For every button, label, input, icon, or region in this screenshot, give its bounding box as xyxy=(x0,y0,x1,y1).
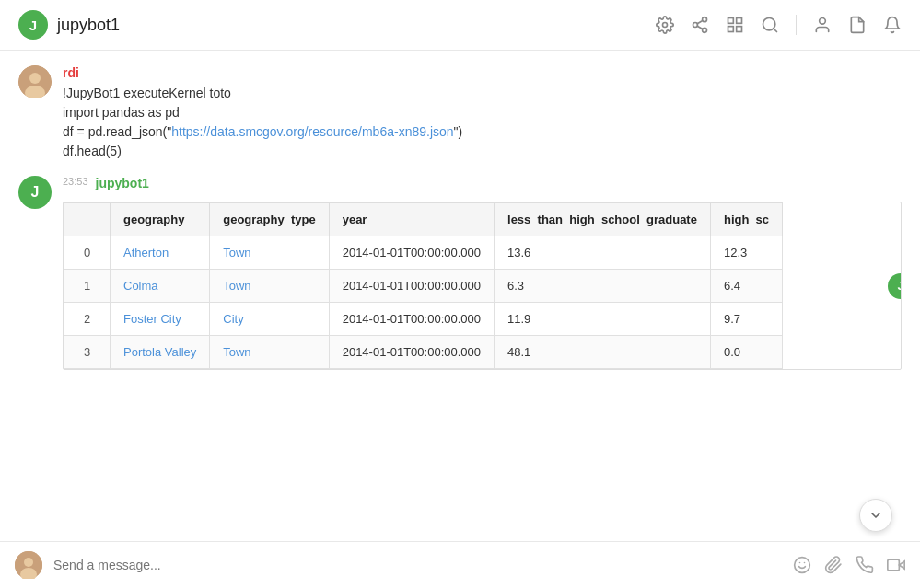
message-time: 23:53 xyxy=(63,176,88,187)
cell-2: Town xyxy=(210,336,329,369)
bottom-user-avatar xyxy=(15,551,42,579)
table-row: 1ColmaTown2014-01-01T00:00:00.0006.36.4 xyxy=(64,270,783,303)
svg-marker-22 xyxy=(899,561,904,569)
cell-4: 6.3 xyxy=(495,270,711,303)
svg-point-0 xyxy=(663,23,668,28)
cell-1: Foster City xyxy=(111,303,210,336)
cell-5: 6.4 xyxy=(710,270,782,303)
chevron-down-icon xyxy=(868,508,883,523)
avatar-rdi xyxy=(18,65,52,98)
cell-5: 12.3 xyxy=(710,236,782,270)
header-left: J jupybot1 xyxy=(18,10,120,40)
header: J jupybot1 xyxy=(0,0,920,51)
message-jupybot1-content: 23:53 jupybot1 geography geography_type xyxy=(63,176,902,370)
message-rdi-content: rdi !JupyBot1 executeKernel toto import … xyxy=(63,65,902,161)
avatar-jupybot1: J xyxy=(18,176,52,209)
cell-index: 0 xyxy=(64,236,111,270)
cell-4: 48.1 xyxy=(495,336,711,369)
svg-line-5 xyxy=(697,20,703,23)
svg-rect-7 xyxy=(737,18,742,24)
col-header-less-than: less_than_high_school_graduate xyxy=(495,203,711,236)
table-header-row: geography geography_type year less_than_… xyxy=(64,203,783,236)
svg-point-19 xyxy=(795,558,810,573)
cell-5: 0.0 xyxy=(710,336,782,369)
grid-icon[interactable] xyxy=(726,16,744,34)
svg-rect-23 xyxy=(888,559,900,571)
col-header-geography: geography xyxy=(111,203,210,236)
messages-list: rdi !JupyBot1 executeKernel toto import … xyxy=(0,51,920,541)
bottom-icons xyxy=(793,556,905,574)
cell-3: 2014-01-01T00:00:00.000 xyxy=(329,236,494,270)
cell-2: Town xyxy=(210,236,329,270)
svg-rect-6 xyxy=(728,18,734,24)
message-rdi-text: !JupyBot1 executeKernel toto import pand… xyxy=(63,84,902,161)
svg-point-14 xyxy=(29,73,41,84)
settings-icon[interactable] xyxy=(656,16,674,34)
col-header-index xyxy=(64,203,111,236)
file-icon[interactable] xyxy=(848,16,867,34)
cell-2: City xyxy=(210,303,329,336)
bottom-bar xyxy=(0,541,920,588)
col-header-high-sc: high_sc xyxy=(710,203,782,236)
cell-1: Atherton xyxy=(111,236,210,270)
svg-point-17 xyxy=(24,558,33,567)
cell-4: 11.9 xyxy=(495,303,711,336)
attachment-icon[interactable] xyxy=(824,556,843,574)
svg-line-4 xyxy=(697,26,703,29)
cell-3: 2014-01-01T00:00:00.000 xyxy=(329,270,494,303)
table-row: 0AthertonTown2014-01-01T00:00:00.00013.6… xyxy=(64,236,783,270)
cell-index: 1 xyxy=(64,270,111,303)
header-divider xyxy=(796,15,797,35)
scroll-down-button[interactable] xyxy=(859,499,892,532)
cell-5: 9.7 xyxy=(710,303,782,336)
svg-rect-9 xyxy=(737,27,742,32)
cell-3: 2014-01-01T00:00:00.000 xyxy=(329,303,494,336)
col-header-year: year xyxy=(329,203,494,236)
chat-area: rdi !JupyBot1 executeKernel toto import … xyxy=(0,51,920,588)
cell-1: Colma xyxy=(111,270,210,303)
cell-index: 2 xyxy=(64,303,111,336)
cell-4: 13.6 xyxy=(495,236,711,270)
msg-line-1: !JupyBot1 executeKernel toto xyxy=(63,86,231,100)
avatar-rdi-image xyxy=(18,65,52,98)
message-jupybot1: J 23:53 jupybot1 geography xyxy=(18,176,902,370)
svg-rect-8 xyxy=(728,27,734,32)
video-icon[interactable] xyxy=(887,556,905,574)
table-row: 3Portola ValleyTown2014-01-01T00:00:00.0… xyxy=(64,336,783,369)
search-icon[interactable] xyxy=(761,16,779,34)
data-table-wrapper: geography geography_type year less_than_… xyxy=(63,202,902,370)
bell-icon[interactable] xyxy=(883,16,902,34)
cell-1: Portola Valley xyxy=(111,336,210,369)
msg-line-3: df = pd.read_json("https://data.smcgov.o… xyxy=(63,124,462,139)
green-user-indicator: J xyxy=(888,273,902,299)
username-jupybot1: jupybot1 xyxy=(96,176,149,190)
data-table: geography geography_type year less_than_… xyxy=(64,202,783,369)
emoji-icon[interactable] xyxy=(793,556,811,574)
username-rdi: rdi xyxy=(63,65,902,80)
user-icon[interactable] xyxy=(813,16,832,34)
message-rdi: rdi !JupyBot1 executeKernel toto import … xyxy=(18,65,902,161)
table-row: 2Foster CityCity2014-01-01T00:00:00.0001… xyxy=(64,303,783,336)
data-link[interactable]: https://data.smcgov.org/resource/mb6a-xn… xyxy=(171,124,453,139)
app-title: jupybot1 xyxy=(57,16,120,35)
svg-point-12 xyxy=(820,18,826,25)
svg-line-11 xyxy=(774,29,777,32)
msg-line-2: import pandas as pd xyxy=(63,105,180,120)
share-icon[interactable] xyxy=(691,16,709,34)
phone-icon[interactable] xyxy=(856,556,874,574)
col-header-geography-type: geography_type xyxy=(210,203,329,236)
cell-index: 3 xyxy=(64,336,111,369)
cell-2: Town xyxy=(210,270,329,303)
msg-line-4: df.head(5) xyxy=(63,144,122,158)
app-avatar: J xyxy=(18,10,48,40)
cell-3: 2014-01-01T00:00:00.000 xyxy=(329,336,494,369)
main-content: rdi !JupyBot1 executeKernel toto import … xyxy=(0,51,920,588)
message-input[interactable] xyxy=(53,558,782,572)
header-icons xyxy=(656,15,902,35)
